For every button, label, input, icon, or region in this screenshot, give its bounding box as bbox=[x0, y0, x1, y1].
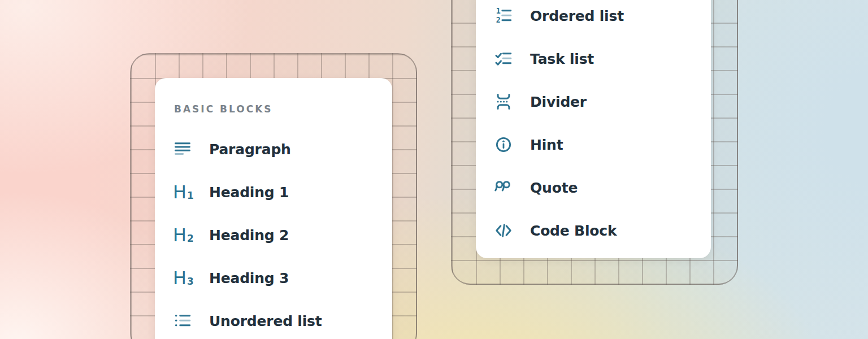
menu-item-heading-1[interactable]: H 1 Heading 1 bbox=[155, 171, 392, 214]
divider-icon bbox=[494, 92, 513, 111]
menu-item-heading-3[interactable]: H 3 Heading 3 bbox=[155, 257, 392, 299]
menu-item-heading-2[interactable]: H 2 Heading 2 bbox=[155, 214, 392, 257]
menu-item-paragraph[interactable]: Paragraph bbox=[155, 128, 392, 171]
menu-item-label: Ordered list bbox=[530, 8, 624, 24]
menu-item-label: Quote bbox=[530, 180, 578, 196]
heading-1-icon: H 1 bbox=[173, 182, 192, 202]
menu-item-label: Heading 1 bbox=[209, 184, 289, 201]
quote-icon bbox=[494, 178, 513, 197]
blocks-menu-continued: 1 2 Ordered list Task list bbox=[476, 0, 711, 258]
menu-item-label: Unordered list bbox=[209, 313, 322, 329]
basic-blocks-menu: BASIC BLOCKS Paragraph H 1 Heading 1 H 2… bbox=[155, 78, 392, 339]
heading-3-icon: H 3 bbox=[173, 268, 192, 288]
hint-icon bbox=[494, 135, 513, 154]
menu-item-label: Code Block bbox=[530, 223, 617, 239]
task-list-icon bbox=[494, 49, 513, 68]
section-label-basic-blocks: BASIC BLOCKS bbox=[174, 102, 392, 116]
menu-item-hint[interactable]: Hint bbox=[476, 123, 711, 166]
heading-2-icon: H 2 bbox=[173, 225, 192, 245]
menu-item-label: Task list bbox=[530, 51, 594, 67]
menu-item-quote[interactable]: Quote bbox=[476, 166, 711, 209]
menu-item-label: Hint bbox=[530, 137, 563, 153]
menu-item-ordered-list[interactable]: 1 2 Ordered list bbox=[476, 0, 711, 37]
svg-text:2: 2 bbox=[496, 16, 501, 24]
code-block-icon bbox=[494, 221, 513, 240]
menu-item-label: Heading 2 bbox=[209, 227, 289, 244]
menu-item-label: Heading 3 bbox=[209, 270, 289, 286]
svg-text:1: 1 bbox=[496, 7, 501, 15]
menu-item-task-list[interactable]: Task list bbox=[476, 37, 711, 80]
menu-item-divider[interactable]: Divider bbox=[476, 80, 711, 123]
menu-item-label: Divider bbox=[530, 94, 587, 110]
menu-item-unordered-list[interactable]: Unordered list bbox=[155, 299, 392, 339]
ordered-list-icon: 1 2 bbox=[494, 6, 513, 25]
unordered-list-icon bbox=[173, 311, 192, 331]
menu-item-code-block[interactable]: Code Block bbox=[476, 209, 711, 252]
menu-item-label: Paragraph bbox=[209, 141, 291, 158]
paragraph-icon bbox=[173, 140, 192, 159]
